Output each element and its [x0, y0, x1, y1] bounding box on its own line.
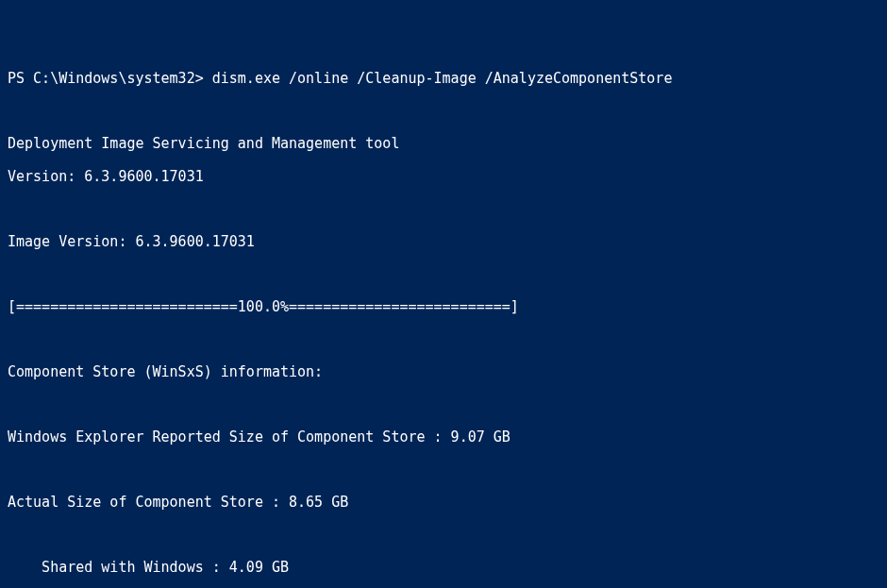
blank-line	[8, 396, 879, 412]
command-1: dism.exe /online /Cleanup-Image /Analyze…	[212, 70, 673, 87]
image-version-1: Image Version: 6.3.9600.17031	[8, 234, 879, 250]
blank-line	[8, 266, 879, 282]
tool-header-1: Deployment Image Servicing and Managemen…	[8, 136, 879, 152]
actual-size: Actual Size of Component Store : 8.65 GB	[8, 495, 879, 511]
blank-line	[8, 201, 879, 217]
prompt-prefix: PS C:\Windows\system32>	[8, 70, 212, 87]
prompt-line-1[interactable]: PS C:\Windows\system32> dism.exe /online…	[8, 71, 879, 87]
component-info-header: Component Store (WinSxS) information:	[8, 364, 879, 380]
blank-line	[8, 527, 879, 543]
shared-size: Shared with Windows : 4.09 GB	[8, 560, 879, 576]
blank-line	[8, 331, 879, 347]
progress-bar-1: [==========================100.0%=======…	[8, 299, 879, 315]
blank-line	[8, 462, 879, 478]
blank-line	[8, 104, 879, 120]
tool-version-1: Version: 6.3.9600.17031	[8, 169, 879, 185]
reported-size: Windows Explorer Reported Size of Compon…	[8, 429, 879, 445]
